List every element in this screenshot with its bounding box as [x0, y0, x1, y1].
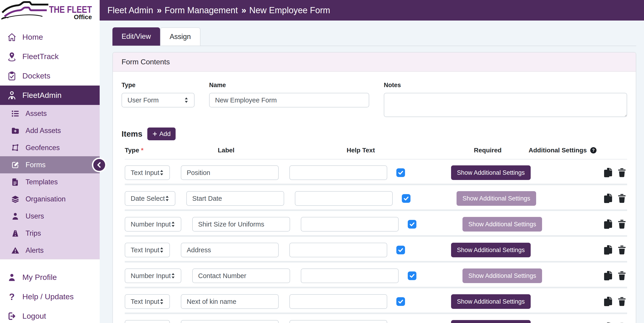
item-label-input[interactable] [186, 191, 284, 206]
item-label-input[interactable] [181, 243, 279, 257]
plus-icon [152, 132, 157, 136]
sidebar-item-forms[interactable]: Forms [0, 156, 100, 173]
show-additional-settings-button[interactable]: Show Additional Settings [451, 320, 531, 323]
brand-subtitle: Office [74, 14, 92, 20]
sidebar-item-alerts[interactable]: Alerts [0, 242, 100, 259]
check-icon [397, 246, 404, 254]
show-additional-settings-button[interactable]: Show Additional Settings [462, 268, 542, 283]
item-type-select[interactable]: Text Input [125, 294, 170, 309]
trash-icon[interactable] [617, 322, 627, 323]
select-arrows-icon [165, 195, 170, 202]
item-row: Number Input Show Additional Settings [125, 262, 627, 288]
breadcrumb-item: Form Management [165, 6, 238, 15]
sidebar-item-logout[interactable]: Logout [0, 306, 100, 323]
item-label-input[interactable] [181, 294, 279, 309]
question-mark-icon: ? [6, 292, 17, 301]
items-heading: Items [122, 129, 142, 138]
show-additional-settings-button[interactable]: Show Additional Settings [451, 294, 531, 309]
item-type-select[interactable]: Text Input [125, 320, 170, 323]
item-label-input[interactable] [181, 166, 279, 180]
copy-icon[interactable] [603, 192, 614, 204]
trash-icon[interactable] [617, 192, 627, 204]
main-area: Fleet Admin » Form Management » New Empl… [100, 0, 644, 323]
sidebar-item-dockets[interactable]: Dockets [0, 66, 100, 86]
sidebar-item-assets[interactable]: Assets [0, 105, 100, 122]
item-help-input[interactable] [301, 217, 398, 232]
required-checkbox[interactable] [396, 168, 405, 177]
select-arrows-icon [160, 298, 164, 305]
tab-bar: Edit/View Assign [112, 27, 636, 46]
trash-icon[interactable] [617, 244, 627, 256]
sidebar-item-my-profile[interactable]: My Profile [0, 268, 100, 287]
form-notes-textarea[interactable] [384, 93, 627, 117]
add-item-label: Add [159, 130, 170, 138]
required-checkbox[interactable] [396, 246, 405, 254]
sidebar-item-label: Organisation [26, 195, 66, 203]
sidebar-item-geofences[interactable]: Geofences [0, 139, 100, 156]
item-type-select[interactable]: Text Input [125, 166, 170, 180]
select-arrows-icon [184, 97, 188, 103]
item-help-input[interactable] [290, 243, 387, 257]
item-type-select[interactable]: Number Input [125, 268, 181, 283]
item-help-input[interactable] [290, 320, 387, 323]
sidebar-item-add-assets[interactable]: Add Assets [0, 122, 100, 139]
form-name-input[interactable] [209, 93, 369, 108]
breadcrumb-item: New Employee Form [249, 6, 330, 15]
item-label-input[interactable] [192, 217, 290, 232]
copy-icon[interactable] [603, 322, 614, 323]
item-help-input[interactable] [290, 166, 387, 180]
item-label-input[interactable] [192, 268, 290, 283]
sidebar-collapse-button[interactable] [92, 158, 106, 172]
item-help-input[interactable] [290, 294, 387, 309]
trash-icon[interactable] [617, 218, 627, 230]
item-row: Text Input Show Additional Settings [125, 314, 627, 323]
sidebar-item-trips[interactable]: Trips [0, 225, 100, 242]
road-icon [10, 229, 20, 238]
form-contents-panel: Form Contents Type User Form Name [112, 52, 636, 323]
required-checkbox[interactable] [408, 220, 416, 228]
copy-icon[interactable] [603, 244, 614, 256]
show-additional-settings-button[interactable]: Show Additional Settings [451, 243, 531, 257]
copy-icon[interactable] [603, 270, 614, 282]
trash-icon[interactable] [617, 167, 627, 178]
required-checkbox[interactable] [396, 297, 405, 306]
item-type-select[interactable]: Date Select [125, 191, 175, 206]
item-type-select[interactable]: Text Input [125, 243, 170, 257]
column-label: Label [218, 147, 336, 154]
check-icon [397, 298, 404, 305]
check-icon [403, 195, 410, 202]
item-help-input[interactable] [295, 191, 393, 206]
clipboard-check-icon [6, 71, 17, 81]
copy-icon[interactable] [603, 167, 614, 178]
sidebar-item-templates[interactable]: Templates [0, 173, 100, 190]
sidebar-item-organisation[interactable]: Organisation [0, 190, 100, 208]
add-item-button[interactable]: Add [147, 128, 176, 140]
trash-icon[interactable] [617, 270, 627, 282]
tab-assign[interactable]: Assign [160, 27, 200, 46]
required-checkbox[interactable] [408, 272, 416, 280]
sidebar-item-users[interactable]: Users [0, 208, 100, 225]
trash-icon[interactable] [617, 296, 627, 308]
sidebar-item-home[interactable]: Home [0, 27, 100, 47]
form-type-select[interactable]: User Form [122, 93, 194, 108]
item-help-input[interactable] [301, 268, 398, 283]
required-checkbox[interactable] [402, 194, 410, 203]
sidebar-item-fleetadmin[interactable]: FleetAdmin [0, 86, 100, 105]
show-additional-settings-button[interactable]: Show Additional Settings [451, 166, 531, 180]
sidebar-item-help[interactable]: ? Help / Updates [0, 287, 100, 306]
item-label-input[interactable] [181, 320, 279, 323]
type-label: Type [122, 82, 194, 89]
sidebar-item-fleettrack[interactable]: FleetTrack [0, 47, 100, 66]
item-type-select[interactable]: Number Input [125, 217, 181, 232]
sidebar-nav: Home FleetTrack Dockets FleetAdmin [0, 20, 100, 259]
show-additional-settings-button[interactable]: Show Additional Settings [456, 191, 536, 206]
sidebar-item-label: FleetAdmin [22, 91, 62, 100]
copy-icon[interactable] [603, 296, 614, 308]
tab-edit-view[interactable]: Edit/View [112, 27, 160, 46]
show-additional-settings-button[interactable]: Show Additional Settings [462, 217, 542, 232]
help-circle-icon[interactable]: ? [590, 147, 597, 154]
sidebar-item-label: Templates [26, 178, 58, 186]
layers-icon [10, 195, 20, 204]
copy-icon[interactable] [603, 218, 614, 230]
location-pin-icon [6, 52, 17, 61]
